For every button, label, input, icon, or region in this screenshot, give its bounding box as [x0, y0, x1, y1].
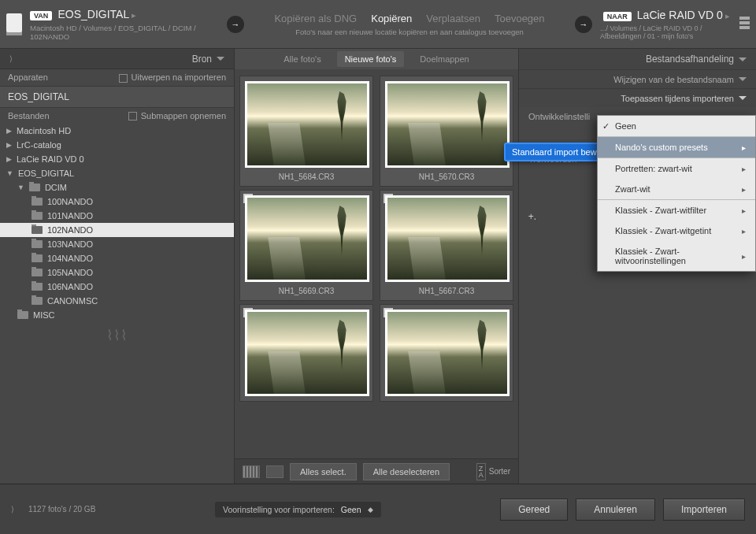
thumbnail-cell[interactable]: ✓ NH1_5667.CR3	[380, 190, 513, 301]
import-mode-block: Kopiëren als DNG Kopiëren Verplaatsen To…	[252, 13, 567, 36]
thumbnail-cell[interactable]: NH1_5684.CR3	[239, 76, 373, 187]
folder-icon	[32, 297, 43, 305]
thumbnail-grid[interactable]: NH1_5684.CR3 NH1_5670.CR3 ✓ NH1_5669.CR3…	[235, 69, 518, 458]
arrow-right-icon[interactable]: →	[227, 16, 244, 33]
tab-dest[interactable]: Doelmappen	[420, 54, 469, 64]
thumbnail-label: NH1_5670.CR3	[385, 168, 508, 181]
mode-copy-dng[interactable]: Kopiëren als DNG	[274, 13, 357, 24]
folder-102[interactable]: 102NANDO	[0, 223, 234, 237]
van-badge: VAN	[30, 11, 52, 20]
done-button[interactable]: Gereed	[500, 499, 568, 521]
import-button[interactable]: Importeren	[663, 499, 745, 521]
source-path: Macintosh HD / Volumes / EOS_DIGITAL / D…	[30, 24, 219, 41]
folder-lacie[interactable]: ▶LaCie RAID VD 0	[0, 152, 234, 166]
thumbnail-image	[245, 195, 369, 282]
arrow-right-icon-2[interactable]: →	[575, 16, 592, 33]
folder-icon	[17, 311, 28, 319]
folder-icon	[32, 226, 43, 234]
folder-lrc[interactable]: ▶LrC-catalog	[0, 138, 234, 152]
thumbnail-cell[interactable]: ✓	[239, 304, 373, 402]
folder-106[interactable]: 106NANDO	[0, 280, 234, 294]
sort-za-icon: ZA	[476, 463, 486, 480]
mode-move[interactable]: Verplaatsen	[426, 13, 480, 24]
chevron-right-icon: ▸	[742, 143, 746, 152]
import-preset-selector[interactable]: Voorinstelling voor importeren: Geen ◆	[215, 502, 381, 517]
folder-icon	[32, 240, 43, 248]
rename-header[interactable]: Wijzigen van de bestandsnaam	[519, 69, 756, 88]
folder-104[interactable]: 104NANDO	[0, 251, 234, 265]
mode-copy[interactable]: Kopiëren	[371, 13, 412, 24]
chevron-right-icon: ▸	[742, 165, 746, 173]
chevron-right-icon: ▸	[742, 185, 746, 194]
select-all-button[interactable]: Alles select.	[290, 463, 357, 480]
eject-checkbox[interactable]	[119, 74, 128, 83]
folder-eos[interactable]: ▼EOS_DIGITAL	[0, 166, 234, 180]
ornament-icon: ⌇⌇⌇	[0, 322, 234, 349]
popup-none[interactable]: Geen	[598, 116, 755, 136]
thumbnail-cell[interactable]: ✓	[380, 304, 513, 402]
folder-icon	[32, 269, 43, 276]
loupe-view-icon[interactable]	[266, 465, 284, 478]
subfolder-icon[interactable]	[739, 17, 750, 32]
file-handling-header[interactable]: Bestandsafhandeling	[519, 49, 756, 69]
source-panel-header[interactable]: ⟩Bron	[0, 49, 234, 69]
apply-during-import-header[interactable]: Toepassen tijdens importeren	[519, 88, 756, 107]
presets-popup: Geen Nando's custom presets▸ Portretten:…	[597, 115, 756, 272]
drive-icon	[6, 13, 22, 35]
devices-row: Apparaten Uitwerpen na importeren	[0, 69, 234, 86]
source-block: VAN EOS_DIGITAL ▸ Macintosh HD / Volumes…	[6, 8, 219, 41]
subfolders-label: Submappen opnemen	[141, 111, 226, 121]
preset-value: Geen	[341, 505, 361, 514]
chevron-right-icon: ▸	[742, 227, 746, 235]
bottombar: ⟩ 1127 foto's / 20 GB Voorinstelling voo…	[0, 484, 756, 534]
grid-tabs: Alle foto's Nieuwe foto's Doelmappen	[235, 49, 518, 69]
eject-label: Uitwerpen na importeren	[132, 72, 226, 82]
popup-tint[interactable]: Klassiek - Zwart-witgetint▸	[598, 221, 755, 241]
status-text: 1127 foto's / 20 GB	[28, 505, 95, 514]
folder-105[interactable]: 105NANDO	[0, 265, 234, 280]
folder-100[interactable]: 100NANDO	[0, 195, 234, 209]
dropdown-icon: ◆	[368, 506, 373, 514]
tab-all[interactable]: Alle foto's	[284, 54, 321, 64]
mode-subtitle: Foto's naar een nieuwe locatie kopiëren …	[295, 28, 524, 36]
deselect-all-button[interactable]: Alle deselecteren	[363, 463, 450, 480]
destination-title[interactable]: LaCie RAID VD 0	[637, 9, 723, 21]
center-panel: Alle foto's Nieuwe foto's Doelmappen NH1…	[235, 49, 518, 484]
chevron-right-icon: ▸	[742, 206, 746, 215]
folder-101[interactable]: 101NANDO	[0, 209, 234, 223]
folder-dcim[interactable]: ▼DCIM	[0, 180, 234, 195]
add-icon[interactable]: +.	[527, 211, 538, 222]
thumbnail-image	[385, 310, 510, 396]
destination-path: .../ Volumes / LaCie RAID VD 0 / Afbeeld…	[600, 24, 730, 40]
popup-filter[interactable]: Klassiek - Zwart-witfilter▸	[598, 200, 755, 221]
sort-control[interactable]: ZASorter	[476, 463, 510, 480]
popup-presets[interactable]: Klassiek - Zwart-witvoorinstellingen▸	[598, 241, 755, 271]
naar-badge: NAAR	[603, 12, 632, 21]
folder-mac[interactable]: ▶Macintosh HD	[0, 124, 234, 138]
subfolders-checkbox[interactable]	[128, 112, 137, 121]
folder-103[interactable]: 103NANDO	[0, 237, 234, 251]
thumbnail-label: NH1_5684.CR3	[245, 168, 368, 181]
thumbnail-cell[interactable]: NH1_5670.CR3	[380, 76, 513, 187]
source-title[interactable]: EOS_DIGITAL	[57, 8, 129, 20]
popup-portrait[interactable]: Portretten: zwart-wit▸	[598, 158, 755, 179]
thumbnail-image	[245, 81, 369, 168]
popup-bw[interactable]: Zwart-wit▸	[598, 179, 755, 199]
folder-icon	[29, 184, 40, 191]
device-eos[interactable]: EOS_DIGITAL	[0, 86, 234, 108]
topbar: VAN EOS_DIGITAL ▸ Macintosh HD / Volumes…	[0, 0, 756, 49]
grid-view-icon[interactable]	[243, 465, 260, 478]
folder-canonmsc[interactable]: CANONMSC	[0, 294, 234, 308]
thumbnail-image	[385, 195, 510, 282]
thumbnail-image	[385, 81, 510, 168]
thumbnail-cell[interactable]: ✓ NH1_5669.CR3	[239, 190, 373, 301]
popup-custom[interactable]: Nando's custom presets▸	[598, 137, 755, 158]
tab-new[interactable]: Nieuwe foto's	[337, 51, 405, 67]
folder-misc[interactable]: MISC	[0, 308, 234, 322]
cancel-button[interactable]: Annuleren	[576, 499, 655, 521]
thumbnail-label: NH1_5669.CR3	[245, 282, 368, 295]
thumbnail-image	[245, 310, 369, 396]
grid-toolbar: Alles select. Alle deselecteren ZASorter	[235, 458, 518, 484]
mode-add[interactable]: Toevoegen	[495, 13, 545, 24]
folder-icon	[32, 254, 43, 262]
